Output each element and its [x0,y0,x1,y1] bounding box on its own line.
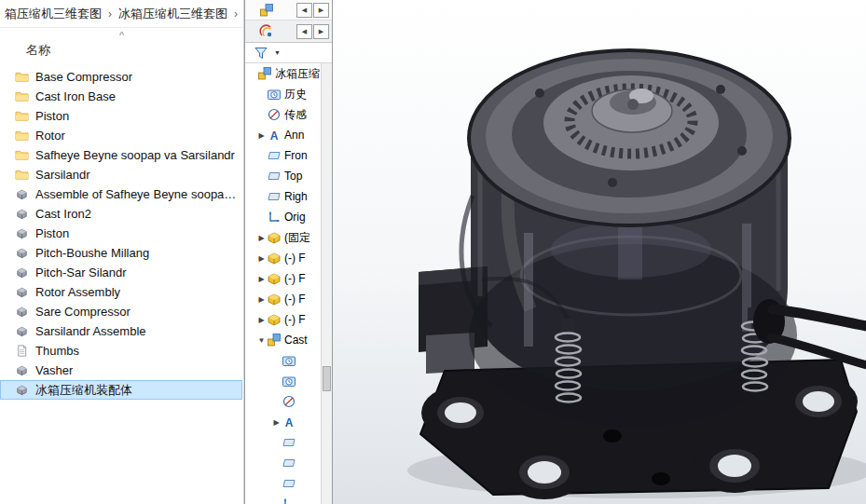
file-row[interactable]: Assemble of Safheye Beyne soopap ... [0,184,242,204]
tree-item-icon [282,456,296,470]
tree-root-assembly[interactable]: 冰箱压缩 [245,63,321,84]
tree-item[interactable]: 传感 [245,104,321,125]
tree-item[interactable]: ▶ [245,412,321,432]
tree-item[interactable] [245,432,321,453]
tree-item[interactable]: ▶ Ann [245,125,321,145]
tree-item-label: 历史 [284,87,307,102]
tree-item-icon [282,374,296,388]
expander-arrow[interactable]: ▶ [256,254,267,263]
scroll-left-button[interactable]: ◀ [296,3,312,18]
tree-item[interactable]: ▶ (-) F [245,248,321,268]
file-name: Piston [35,109,69,123]
expander-arrow[interactable]: ▶ [256,295,267,304]
file-row[interactable]: Base Compressor [0,67,242,87]
scroll-right-button[interactable]: ▶ [313,3,329,18]
file-row[interactable]: Vasher [0,361,242,380]
tree-item[interactable] [245,494,321,504]
tree-item-icon [282,415,296,429]
file-row[interactable]: Sare Compressor [0,302,242,321]
breadcrumb-segment[interactable]: 冰箱压缩机三维套图 [116,4,230,24]
file-row[interactable]: Rotor Assembly [0,282,242,302]
breadcrumb-separator-icon[interactable]: › [104,7,116,20]
file-name: Pitch-Boushe Millang [35,246,149,260]
motor-top[interactable] [469,50,790,225]
tree-item-icon [267,189,282,204]
file-row[interactable]: Sarsilandr Assemble [0,321,242,341]
tree-item[interactable]: Top [245,166,321,186]
file-row[interactable]: Sarsilandr [0,165,242,184]
history-nav-group: ◀ ▶ [296,24,329,39]
tree-item[interactable] [245,350,321,371]
tree-item[interactable]: 历史 [245,84,321,104]
tree-item-label: Righ [284,190,308,203]
tree-item-label: 传感 [284,107,307,123]
file-list: Base Compressor Cast Iron Base Piston Ro… [0,67,242,400]
expander-arrow[interactable]: ▼ [256,336,267,345]
tree-item[interactable]: Righ [245,186,321,207]
filter-funnel-icon[interactable] [254,46,268,61]
sort-ascending-icon[interactable]: ^ [119,30,124,41]
tree-filter-bar: ▼ [245,43,332,63]
file-row[interactable]: 冰箱压缩机装配体 [0,380,242,400]
tree-item[interactable]: Fron [245,145,321,166]
tree-item[interactable] [245,371,321,391]
file-type-icon [15,246,29,260]
assembly-icon [257,66,272,81]
tree-items: 历史 传感 ▶ Ann [245,84,321,504]
scrollbar-thumb[interactable] [323,366,331,391]
assembly-tab-icon[interactable] [259,3,274,18]
tree-item-icon [267,333,282,347]
file-name: Piston [35,226,69,240]
tree-item[interactable] [245,391,321,412]
tree-item-label: (-) F [284,313,306,326]
tree-item[interactable]: ▶ (固定 [245,227,321,248]
file-name: Cast Iron Base [35,89,116,103]
tree-item[interactable] [245,453,321,473]
expander-arrow[interactable]: ▶ [256,275,267,283]
file-row[interactable]: Piston [0,224,242,243]
expander-arrow[interactable]: ▶ [256,131,267,140]
tree-item-icon [282,476,296,491]
name-column-header[interactable]: 名称 [26,42,50,59]
tree-item-icon [267,292,282,306]
forward-button[interactable]: ▶ [313,24,329,39]
compressor-3d-model[interactable] [333,0,866,504]
tree-item-label: Ann [284,129,304,142]
file-type-icon [15,383,29,397]
file-row[interactable]: Pitch-Boushe Millang [0,243,242,263]
tree-root-label: 冰箱压缩 [275,66,320,82]
tree-item-label: (-) F [284,252,306,265]
tree-item[interactable]: ▶ (-) F [245,289,321,309]
tree-item[interactable]: Orig [245,207,321,227]
file-type-icon [15,305,29,319]
tree-scrollbar[interactable] [321,63,332,504]
file-name: Assemble of Safheye Beyne soopap ... [35,187,242,201]
back-button[interactable]: ◀ [296,24,312,39]
tree-item[interactable]: ▼ Cast [245,330,321,350]
file-row[interactable]: Thumbs [0,341,242,361]
file-type-icon [15,129,29,143]
expander-arrow[interactable]: ▶ [256,316,267,324]
file-row[interactable]: Rotor [0,126,242,145]
expander-arrow[interactable]: ▶ [256,234,267,242]
breadcrumb-separator-icon[interactable]: › [230,7,241,20]
file-name: Sare Compressor [35,305,131,319]
tree-item[interactable]: ▶ (-) F [245,309,321,330]
file-row[interactable]: Pitch-Sar Silandr [0,263,242,282]
breadcrumb-segment[interactable]: 箱压缩机三维套图 [2,4,104,24]
file-row[interactable]: Cast Iron2 [0,204,242,224]
graphics-viewport[interactable] [332,0,866,504]
expander-arrow[interactable]: ▶ [271,418,282,427]
file-row[interactable]: Cast Iron Base [0,87,242,106]
tree-item[interactable] [245,473,321,494]
file-row[interactable]: Safheye Beyne soopap va Sarsilandr [0,145,242,165]
tree-item-icon [282,394,296,409]
filter-dropdown-arrow-icon[interactable]: ▼ [274,49,281,56]
tree-item-icon [267,148,282,163]
file-type-icon [15,226,29,240]
tree-item-icon [282,353,296,368]
tree-item[interactable]: ▶ (-) F [245,268,321,289]
tree-item-icon [267,210,282,225]
tree-item-label: Cast [284,334,308,347]
file-row[interactable]: Piston [0,106,242,126]
